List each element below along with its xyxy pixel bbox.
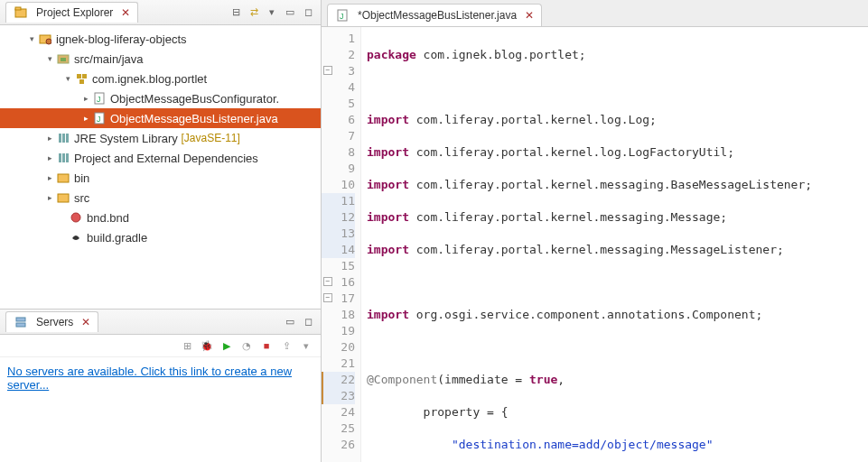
tree-label: src [74,191,89,205]
tree-label: ignek-blog-liferay-objects [56,32,187,46]
tree-bnd[interactable]: bnd.bnd [0,208,321,227]
tree-src[interactable]: ▸ src [0,188,321,208]
svg-rect-15 [66,134,69,143]
svg-rect-5 [61,58,66,61]
minimize-icon[interactable]: ▭ [283,315,297,329]
tree-label: build.gradle [87,231,147,245]
svg-rect-7 [82,74,87,79]
publish-icon[interactable]: ⇪ [279,338,294,353]
minimize-icon[interactable]: ▭ [283,5,297,20]
svg-rect-17 [62,153,65,162]
gradle-file-icon [69,230,83,245]
tree-package[interactable]: ▾ com.ignek.blog.portlet [0,69,321,88]
chevron-down-icon[interactable]: ▾ [43,54,56,63]
chevron-right-icon[interactable]: ▸ [43,153,56,162]
line-gutter: 1 2 −3 4 5 6 7 8 9 10 11 12 13 14 15 −16… [322,27,361,462]
tree-file-listener[interactable]: ▸ J ObjectMessageBusListener.java [0,108,321,128]
tree-gradle[interactable]: build.gradle [0,227,321,247]
tree-label: ObjectMessageBusListener.java [110,112,278,125]
servers-header: Servers ✕ ▭ ◻ [0,310,321,335]
chevron-down-icon[interactable]: ▾ [61,74,74,83]
tree-deps[interactable]: ▸ Project and External Dependencies [0,148,321,168]
maximize-icon[interactable]: ◻ [301,5,315,20]
new-server-icon[interactable]: ⊞ [180,338,194,353]
svg-rect-1 [15,7,21,10]
close-icon[interactable]: ✕ [121,6,130,19]
run-icon[interactable]: ▶ [219,338,234,353]
source-folder-icon [56,51,70,66]
folder-icon [56,190,70,205]
package-icon [74,71,89,86]
tree-label: com.ignek.blog.portlet [92,72,207,86]
chevron-down-icon[interactable]: ▾ [25,34,38,43]
svg-rect-20 [58,194,69,202]
java-file-icon: J [335,8,350,23]
create-server-link[interactable]: No servers are available. Click this lin… [7,365,292,392]
svg-text:J: J [97,115,101,124]
editor-tab-title: *ObjectMessageBusListener.java [358,9,517,22]
svg-rect-23 [16,323,25,327]
library-icon [56,151,70,165]
svg-text:J: J [97,95,101,104]
library-icon [56,131,70,145]
editor-tab-listener[interactable]: J *ObjectMessageBusListener.java ✕ [327,4,542,26]
svg-rect-16 [59,153,61,162]
view-menu-icon[interactable]: ▾ [299,338,313,353]
svg-rect-22 [16,318,25,321]
svg-point-21 [71,213,80,222]
tree-label: bin [74,171,89,185]
tree-file-configurator[interactable]: ▸ J ObjectMessageBusConfigurator. [0,88,321,108]
svg-rect-19 [58,174,69,182]
chevron-right-icon[interactable]: ▸ [79,94,92,103]
fold-icon[interactable]: − [323,293,332,302]
close-icon[interactable]: ✕ [81,316,90,328]
servers-tab[interactable]: Servers ✕ [5,311,98,332]
chevron-right-icon[interactable]: ▸ [43,193,56,202]
project-tree[interactable]: ▾ ignek-blog-liferay-objects ▾ src/main/… [0,25,321,309]
profile-icon[interactable]: ◔ [239,338,254,353]
tree-jre[interactable]: ▸ JRE System Library [JavaSE-11] [0,128,321,148]
code-editor[interactable]: 1 2 −3 4 5 6 7 8 9 10 11 12 13 14 15 −16… [322,27,868,462]
svg-rect-18 [66,153,69,162]
svg-text:J: J [340,12,344,21]
servers-toolbar: ⊞ 🐞 ▶ ◔ ■ ⇪ ▾ [0,335,321,357]
tree-bin[interactable]: ▸ bin [0,168,321,188]
tree-label: src/main/java [74,52,144,66]
debug-icon[interactable]: 🐞 [200,338,214,353]
close-icon[interactable]: ✕ [525,9,534,22]
stop-icon[interactable]: ■ [259,338,274,353]
java-file-icon: J [92,111,107,125]
svg-point-3 [46,39,51,44]
project-icon [38,32,52,46]
svg-rect-6 [77,74,81,79]
view-menu-icon[interactable]: ▾ [265,5,279,20]
project-explorer-tab[interactable]: Project Explorer ✕ [5,2,138,23]
code-area[interactable]: package com.ignek.blog.portlet; import c… [361,27,868,462]
folder-icon [56,171,70,185]
svg-rect-13 [59,134,61,143]
fold-icon[interactable]: − [323,277,332,286]
tree-decor: [JavaSE-11] [182,132,240,144]
svg-rect-14 [62,134,65,143]
collapse-all-icon[interactable]: ⊟ [229,5,243,20]
svg-rect-8 [79,79,84,84]
tree-label: Project and External Dependencies [74,152,258,165]
tree-label: JRE System Library [74,132,178,145]
servers-title: Servers [36,316,73,328]
editor-tabs: J *ObjectMessageBusListener.java ✕ [322,0,868,27]
link-editor-icon[interactable]: ⇄ [247,5,261,20]
maximize-icon[interactable]: ◻ [301,315,315,329]
project-explorer-header: Project Explorer ✕ ⊟ ⇄ ▾ ▭ ◻ [0,0,321,25]
tree-label: bnd.bnd [87,211,129,225]
project-explorer-title: Project Explorer [36,6,113,19]
tree-project[interactable]: ▾ ignek-blog-liferay-objects [0,29,321,49]
tree-label: ObjectMessageBusConfigurator. [110,92,279,106]
fold-icon[interactable]: − [323,66,332,75]
chevron-right-icon[interactable]: ▸ [79,114,92,123]
chevron-right-icon[interactable]: ▸ [43,134,56,143]
java-file-icon: J [92,91,107,106]
chevron-right-icon[interactable]: ▸ [43,173,56,182]
tree-src-folder[interactable]: ▾ src/main/java [0,49,321,69]
explorer-icon [14,5,28,20]
servers-icon [14,315,28,329]
